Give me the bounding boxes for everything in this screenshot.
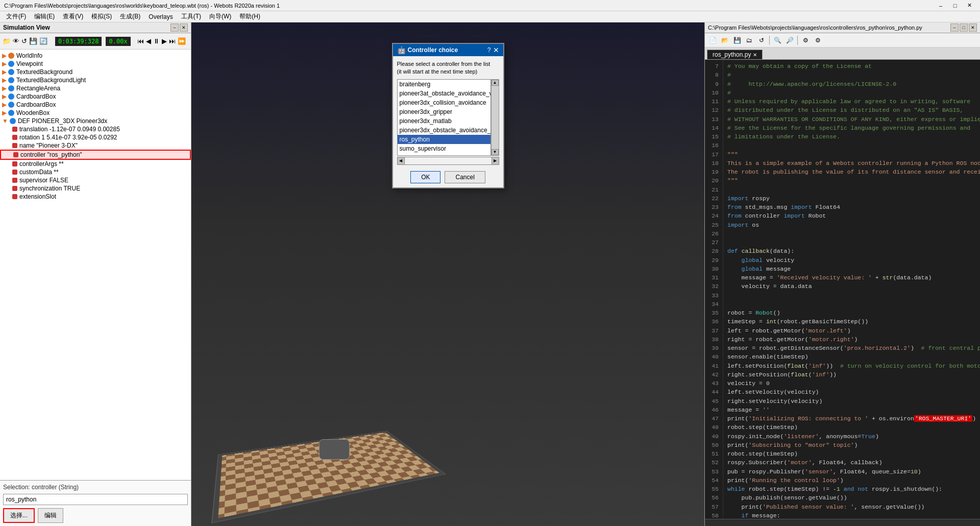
- list-item-ros-python[interactable]: ros_python: [398, 135, 491, 144]
- texturedbglight-icon: [8, 77, 14, 83]
- extensionslot-label: extensionSlot: [19, 193, 56, 200]
- dialog-hscroll[interactable]: ◀ ▶: [397, 157, 499, 165]
- rotation-icon: [12, 135, 17, 140]
- selection-value-input[interactable]: [3, 494, 188, 505]
- code-save-all-btn[interactable]: 🗂: [744, 35, 755, 46]
- extensionslot-icon: [12, 194, 17, 199]
- tree-item-supervisor[interactable]: supervisor FALSE: [0, 176, 191, 184]
- right-minimize-btn[interactable]: –: [950, 23, 959, 32]
- code-reload-btn[interactable]: ↺: [756, 35, 767, 46]
- sim-minimize-btn[interactable]: –: [170, 23, 179, 32]
- controller-listbox[interactable]: braitenberg pioneer3at_obstacle_avoidanc…: [397, 79, 491, 156]
- tb-open-btn[interactable]: 📁: [2, 35, 11, 47]
- tree-item-customdata[interactable]: customData **: [0, 168, 191, 176]
- list-item-pioneer3dx-collision[interactable]: pioneer3dx_collision_avoidance: [398, 98, 491, 107]
- tree-item-controllerargs[interactable]: controllerArgs **: [0, 160, 191, 168]
- menu-build[interactable]: 生成(B): [116, 11, 144, 22]
- tree-item-translation[interactable]: translation -1.12e-07 0.0949 0.00285: [0, 125, 191, 133]
- code-search2-btn[interactable]: 🔎: [784, 35, 795, 46]
- tree-item-name[interactable]: name "Pioneer 3-DX": [0, 141, 191, 150]
- list-item-pioneer3dx-obstacle[interactable]: pioneer3dx_obstacle_avoidance_with_kir: [398, 126, 491, 135]
- dialog-cancel-button[interactable]: Cancel: [445, 171, 485, 183]
- menu-edit[interactable]: 编辑(E): [30, 11, 59, 22]
- worldinfo-arrow-icon: ▶: [2, 52, 7, 59]
- tree-item-cardboardbox1[interactable]: ▶ CardboardBox: [0, 92, 191, 101]
- tb-fastest-btn[interactable]: ⏩: [177, 35, 186, 47]
- menu-wizard[interactable]: 向导(W): [205, 11, 235, 22]
- minimize-button[interactable]: –: [934, 1, 947, 10]
- scrollbar-down-btn[interactable]: ▼: [492, 149, 499, 155]
- list-item-pioneer3at[interactable]: pioneer3at_obstacle_avoidance_with_lide: [398, 89, 491, 98]
- woodenbox-icon: [8, 110, 14, 116]
- tree-item-synchronization[interactable]: synchronization TRUE: [0, 184, 191, 193]
- tb-pause-btn[interactable]: ⏸: [153, 35, 160, 47]
- code-search-btn[interactable]: 🔍: [772, 35, 783, 46]
- file-tab-close-icon[interactable]: ✕: [753, 52, 757, 58]
- right-close-btn[interactable]: ✕: [969, 23, 977, 32]
- translation-icon: [12, 127, 17, 132]
- code-open-btn[interactable]: 📂: [719, 35, 730, 46]
- tree-item-controller[interactable]: controller "ros_python": [0, 150, 191, 160]
- dialog-ok-button[interactable]: OK: [410, 171, 440, 183]
- dialog-title-left: 🤖 Controller choice: [397, 46, 458, 54]
- dialog-list-area: braitenberg pioneer3at_obstacle_avoidanc…: [397, 79, 499, 156]
- menu-file[interactable]: 文件(F): [2, 11, 30, 22]
- dialog-vscrollbar[interactable]: ▲ ▼: [491, 79, 499, 156]
- hscroll-right-btn[interactable]: ▶: [492, 157, 499, 164]
- pioneer-icon: [10, 118, 16, 124]
- list-item-sumo[interactable]: sumo_supervisor: [398, 144, 491, 153]
- menu-sim[interactable]: 模拟(S): [87, 11, 116, 22]
- list-item-pioneer3dx-matlab[interactable]: pioneer3dx_matlab: [398, 116, 491, 126]
- tb-reload-btn[interactable]: ↺: [21, 35, 28, 47]
- menu-help[interactable]: 帮助(H): [235, 11, 264, 22]
- list-item-void[interactable]: void: [398, 153, 491, 156]
- code-settings2-btn[interactable]: ⚙: [812, 35, 823, 46]
- tb-refresh-btn[interactable]: 🔄: [39, 35, 48, 47]
- dialog-titlebar: 🤖 Controller choice ? ✕: [393, 44, 503, 56]
- code-area[interactable]: 7891011 1213141516 1718192021 2223242526…: [705, 60, 980, 519]
- sim-close-btn[interactable]: ✕: [180, 23, 188, 32]
- code-save-btn[interactable]: 💾: [731, 35, 743, 46]
- dialog-close-button[interactable]: ✕: [493, 46, 499, 54]
- tree-item-viewpoint[interactable]: ▶ Viewpoint: [0, 60, 191, 68]
- list-item-braitenberg[interactable]: braitenberg: [398, 80, 491, 89]
- left-panel: Simulation View – ✕ 📁 👁 ↺ 💾 🔄 0:03:39:32…: [0, 22, 191, 526]
- list-item-pioneer3dx-gripper[interactable]: pioneer3dx_gripper: [398, 107, 491, 116]
- menu-tools[interactable]: 工具(T): [177, 11, 205, 22]
- file-tab-ros-python[interactable]: ros_python.py ✕: [707, 50, 763, 59]
- tb-play-back-btn[interactable]: ◀: [145, 35, 152, 47]
- cardboardbox1-label: CardboardBox: [16, 93, 56, 100]
- texturedbg-arrow-icon: ▶: [2, 68, 7, 76]
- menu-view[interactable]: 查看(V): [59, 11, 87, 22]
- maximize-button[interactable]: □: [948, 1, 962, 10]
- tree-item-rotation[interactable]: rotation 1 5.41e-07 3.92e-05 0.0292: [0, 133, 191, 141]
- edit-button[interactable]: 编辑: [38, 508, 63, 523]
- code-new-btn[interactable]: 📄: [707, 35, 718, 46]
- scrollbar-up-btn[interactable]: ▲: [492, 80, 499, 86]
- tb-eye-btn[interactable]: 👁: [12, 35, 20, 47]
- tb-fast-btn[interactable]: ⏭: [168, 35, 176, 47]
- tree-item-worldinfo[interactable]: ▶ WorldInfo: [0, 52, 191, 60]
- select-button[interactable]: 选择...: [3, 508, 35, 523]
- texturedbg-label: TexturedBackground: [16, 68, 72, 76]
- code-settings-btn[interactable]: ⚙: [800, 35, 811, 46]
- hscroll-left-btn[interactable]: ◀: [398, 157, 405, 164]
- tree-item-pioneer[interactable]: ▼ DEF PIONEER_3DX Pioneer3dx: [0, 117, 191, 125]
- close-button[interactable]: ✕: [963, 1, 976, 10]
- code-hscroll[interactable]: [705, 519, 980, 526]
- viewpoint-arrow-icon: ▶: [2, 60, 7, 67]
- viewport: 🤖 Controller choice ? ✕ Please select a …: [191, 22, 704, 526]
- tb-step-back-btn[interactable]: ⏮: [137, 35, 144, 47]
- cardboardbox1-icon: [8, 93, 14, 100]
- tb-play-btn[interactable]: ▶: [161, 35, 167, 47]
- tb-save-btn[interactable]: 💾: [29, 35, 38, 47]
- tree-item-woodenbox[interactable]: ▶ WoodenBox: [0, 109, 191, 117]
- tree-item-texturedbglight[interactable]: ▶ TexturedBackgroundLight: [0, 76, 191, 84]
- menu-overlays[interactable]: Overlays: [144, 12, 177, 21]
- tree-item-texturedbg[interactable]: ▶ TexturedBackground: [0, 68, 191, 76]
- dialog-help-button[interactable]: ?: [487, 46, 491, 54]
- tree-item-extensionslot[interactable]: extensionSlot: [0, 193, 191, 201]
- right-maximize-btn[interactable]: □: [960, 23, 968, 32]
- tree-item-rectarena[interactable]: ▶ RectangleArena: [0, 84, 191, 92]
- tree-item-cardboardbox2[interactable]: ▶ CardboardBox: [0, 101, 191, 109]
